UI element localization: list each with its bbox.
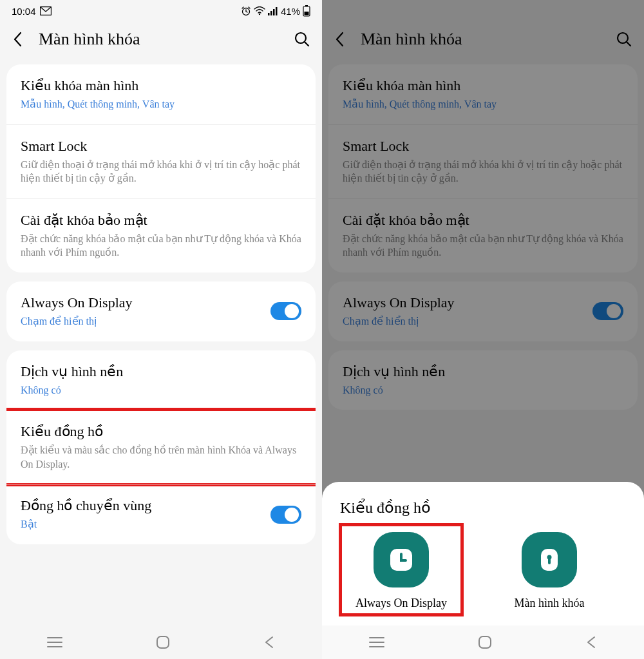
- item-subtitle: Không có: [343, 383, 623, 397]
- svg-rect-8: [305, 5, 308, 6]
- mail-icon: [40, 6, 52, 15]
- item-subtitle: Đặt kiểu và màu sắc cho đồng hồ trên màn…: [21, 443, 301, 471]
- item-subtitle: Chạm để hiển thị: [21, 314, 263, 329]
- clock-icon: [374, 532, 429, 587]
- item-title: Always On Display: [21, 294, 263, 311]
- item-title: Đồng hồ chuyển vùng: [21, 497, 263, 514]
- page-header: Màn hình khóa: [0, 22, 322, 64]
- item-title: Kiểu khóa màn hình: [343, 77, 623, 94]
- svg-rect-9: [305, 12, 309, 15]
- status-bar: 10:04 41%: [0, 0, 322, 22]
- item-clock-style[interactable]: Kiểu đồng hồ Đặt kiểu và màu sắc cho đồn…: [6, 410, 316, 484]
- nav-bar: [322, 626, 644, 659]
- recents-icon[interactable]: [368, 636, 385, 649]
- lock-icon: [522, 532, 577, 587]
- item-subtitle: Giữ điện thoại ở trạng thái mở khóa khi …: [343, 158, 623, 186]
- svg-point-2: [259, 14, 260, 15]
- item-wallpaper-service[interactable]: Dịch vụ hình nền Không có: [6, 350, 316, 410]
- signal-icon: [268, 6, 278, 15]
- item-secure-lock-settings[interactable]: Cài đặt khóa bảo mật Đặt chức năng khóa …: [328, 198, 638, 272]
- item-secure-lock-settings[interactable]: Cài đặt khóa bảo mật Đặt chức năng khóa …: [6, 198, 316, 272]
- settings-group-3: Dịch vụ hình nền Không có Kiểu đồng hồ Đ…: [6, 350, 316, 544]
- item-subtitle: Không có: [21, 383, 301, 397]
- aod-toggle[interactable]: [592, 302, 623, 320]
- item-screen-lock-type[interactable]: Kiểu khóa màn hình Mẫu hình, Quét thông …: [6, 64, 316, 124]
- item-title: Dịch vụ hình nền: [21, 363, 301, 380]
- svg-rect-17: [479, 636, 491, 648]
- search-icon[interactable]: [616, 31, 632, 48]
- svg-rect-6: [276, 7, 278, 15]
- nav-back-icon[interactable]: [263, 635, 276, 649]
- roaming-toggle[interactable]: [270, 506, 301, 524]
- status-time: 10:04: [12, 6, 36, 17]
- page-title: Màn hình khóa: [361, 30, 601, 49]
- item-title: Kiểu khóa màn hình: [21, 77, 301, 94]
- back-icon[interactable]: [12, 30, 24, 48]
- home-icon[interactable]: [478, 635, 492, 649]
- nav-back-icon[interactable]: [585, 635, 598, 649]
- svg-rect-3: [268, 13, 270, 15]
- item-title: Smart Lock: [21, 138, 301, 155]
- item-subtitle: Bật: [21, 517, 263, 531]
- option-aod[interactable]: Always On Display: [346, 532, 456, 610]
- screen-left: 10:04 41% Màn hình khóa Kiểu khóa màn hì…: [0, 0, 322, 659]
- clock-style-sheet: Kiểu đồng hồ Always On Display Màn hình …: [322, 482, 644, 626]
- sheet-options: Always On Display Màn hình khóa: [340, 532, 626, 610]
- settings-group-3: Dịch vụ hình nền Không có: [328, 350, 638, 410]
- item-subtitle: Mẫu hình, Quét thông minh, Vân tay: [343, 97, 623, 111]
- item-subtitle: Giữ điện thoại ở trạng thái mở khóa khi …: [21, 158, 301, 186]
- item-subtitle: Chạm để hiển thị: [343, 314, 585, 329]
- aod-toggle[interactable]: [270, 302, 301, 320]
- item-smart-lock[interactable]: Smart Lock Giữ điện thoại ở trạng thái m…: [6, 124, 316, 198]
- item-title: Kiểu đồng hồ: [21, 423, 301, 440]
- svg-rect-5: [273, 9, 275, 15]
- option-label: Màn hình khóa: [515, 597, 585, 610]
- item-always-on-display[interactable]: Always On Display Chạm để hiển thị: [328, 282, 638, 341]
- screen-right: Màn hình khóa Kiểu khóa màn hình Mẫu hìn…: [322, 0, 644, 659]
- wifi-icon: [254, 6, 265, 15]
- item-title: Smart Lock: [343, 138, 623, 155]
- settings-group-2: Always On Display Chạm để hiển thị: [328, 282, 638, 341]
- item-title: Cài đặt khóa bảo mật: [21, 212, 301, 229]
- item-subtitle: Đặt chức năng khóa bảo mật của bạn như T…: [343, 232, 623, 260]
- item-wallpaper-service[interactable]: Dịch vụ hình nền Không có: [328, 350, 638, 410]
- sheet-title: Kiểu đồng hồ: [340, 499, 626, 517]
- item-title: Cài đặt khóa bảo mật: [343, 212, 623, 229]
- settings-group-1: Kiểu khóa màn hình Mẫu hình, Quét thông …: [328, 64, 638, 272]
- page-title: Màn hình khóa: [39, 30, 279, 49]
- item-smart-lock[interactable]: Smart Lock Giữ điện thoại ở trạng thái m…: [328, 124, 638, 198]
- nav-bar: [0, 626, 322, 659]
- item-roaming-clock[interactable]: Đồng hồ chuyển vùng Bật: [6, 484, 316, 544]
- page-header: Màn hình khóa: [322, 22, 644, 64]
- back-icon[interactable]: [334, 30, 346, 48]
- svg-rect-16: [548, 558, 551, 564]
- settings-group-2: Always On Display Chạm để hiển thị: [6, 282, 316, 341]
- item-subtitle: Đặt chức năng khóa bảo mật của bạn như T…: [21, 232, 301, 260]
- item-screen-lock-type[interactable]: Kiểu khóa màn hình Mẫu hình, Quét thông …: [328, 64, 638, 124]
- battery-icon: [303, 5, 310, 17]
- settings-group-1: Kiểu khóa màn hình Mẫu hình, Quét thông …: [6, 64, 316, 272]
- option-lock-screen[interactable]: Màn hình khóa: [495, 532, 604, 610]
- svg-rect-4: [270, 11, 272, 15]
- option-label: Always On Display: [355, 597, 447, 610]
- battery-percent: 41%: [281, 6, 300, 17]
- home-icon[interactable]: [156, 635, 170, 649]
- svg-rect-11: [157, 636, 169, 648]
- item-title: Dịch vụ hình nền: [343, 363, 623, 380]
- alarm-icon: [241, 6, 251, 16]
- item-always-on-display[interactable]: Always On Display Chạm để hiển thị: [6, 282, 316, 341]
- recents-icon[interactable]: [46, 636, 63, 649]
- search-icon[interactable]: [294, 31, 310, 48]
- item-title: Always On Display: [343, 294, 585, 311]
- item-subtitle: Mẫu hình, Quét thông minh, Vân tay: [21, 97, 301, 111]
